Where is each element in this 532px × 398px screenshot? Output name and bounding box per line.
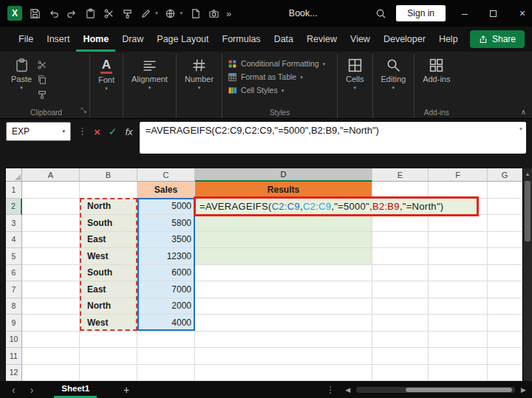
horizontal-scrollbar[interactable] [356,387,515,393]
cell-D9[interactable] [195,315,372,332]
cell-A6[interactable] [22,265,80,282]
row-header-1[interactable]: 1 [6,182,22,199]
vertical-scrollbar[interactable]: ▲ [522,168,532,381]
cell-A10[interactable] [22,332,80,349]
undo-icon[interactable] [47,7,59,19]
cancel-entry-icon[interactable]: × [94,126,100,138]
cell-B8[interactable]: North [80,298,137,315]
cell-F10[interactable] [429,332,488,349]
cell-G1[interactable] [488,182,522,199]
select-all-corner[interactable] [6,168,22,182]
cell-E3[interactable] [372,215,429,232]
close-button[interactable]: × [513,7,532,19]
menu-tab-draw[interactable]: Draw [115,27,150,52]
cell-F7[interactable] [429,281,488,298]
cell-E9[interactable] [372,315,429,332]
cell-G5[interactable] [488,248,522,265]
scroll-left-icon[interactable]: ◀ [345,386,350,394]
cell-G11[interactable] [488,348,522,365]
next-sheet-icon[interactable]: › [23,382,41,397]
column-header-b[interactable]: B [80,168,137,182]
menu-tab-view[interactable]: View [344,27,377,52]
copy-icon[interactable] [36,74,48,86]
globe-dropdown-caret-icon[interactable]: ▾ [180,10,183,16]
cell-F4[interactable] [429,232,488,249]
cell-D6[interactable] [195,265,372,282]
globe-icon[interactable] [165,7,177,19]
camera-icon[interactable] [208,7,219,19]
cell-D7[interactable] [195,281,372,298]
menu-tab-file[interactable]: File [12,27,40,52]
cell-C7[interactable]: 7000 [137,281,195,298]
row-header-3[interactable]: 3 [6,215,22,232]
cut-icon[interactable] [36,59,48,71]
cell-E8[interactable] [372,298,429,315]
pen-icon[interactable] [140,7,151,19]
row-header-11[interactable]: 11 [6,348,22,365]
cell-G4[interactable] [488,232,522,249]
cell-B4[interactable]: East [80,232,137,249]
cell-D11[interactable] [195,348,372,365]
name-box[interactable]: EXP ▾ [6,122,71,141]
insert-function-icon[interactable]: fx [126,126,133,137]
scissors-icon[interactable] [103,7,115,19]
cell-D3[interactable] [195,215,372,232]
cell-E11[interactable] [372,348,429,365]
cell-E4[interactable] [372,232,429,249]
cells-button[interactable]: Cells ▾ [341,55,368,107]
minimize-button[interactable]: – [455,7,474,19]
cell-C12[interactable] [137,365,195,382]
sheet-options-kebab-icon[interactable]: ⋮ [321,385,339,395]
menu-tab-review[interactable]: Review [300,27,344,52]
cell-A1[interactable] [22,182,80,199]
clipboard-dialog-launcher-icon[interactable] [81,103,87,117]
cell-D12[interactable] [195,365,372,382]
cell-A11[interactable] [22,348,80,365]
cell-B5[interactable]: West [80,248,137,265]
cell-C10[interactable] [137,332,195,349]
format-as-table-button[interactable]: Format as Table ▾ [226,71,327,83]
cell-C5[interactable]: 12300 [137,248,195,265]
column-header-g[interactable]: G [488,168,522,182]
editing-button[interactable]: Editing ▾ [377,55,411,107]
pen-dropdown-caret-icon[interactable]: ▾ [155,10,158,16]
cell-G2[interactable] [488,199,522,216]
share-button[interactable]: Share [470,30,525,48]
cell-A3[interactable] [22,215,80,232]
cell-D8[interactable] [195,298,372,315]
clipboard-icon[interactable] [84,7,96,19]
cell-C1[interactable]: Sales [137,182,195,199]
row-header-12[interactable]: 12 [6,365,22,382]
maximize-button[interactable] [484,7,503,19]
cell-F12[interactable] [429,365,488,382]
menu-tab-insert[interactable]: Insert [40,27,76,52]
name-box-caret-icon[interactable]: ▾ [62,128,65,134]
menu-tab-developer[interactable]: Developer [377,27,432,52]
row-header-9[interactable]: 9 [6,315,22,332]
column-header-a[interactable]: A [22,168,80,182]
search-icon[interactable] [375,7,386,19]
cell-E5[interactable] [372,248,429,265]
cell-F9[interactable] [429,315,488,332]
menu-tab-page-layout[interactable]: Page Layout [150,27,215,52]
cell-A7[interactable] [22,281,80,298]
cell-G12[interactable] [488,365,522,382]
sheet-tab-sheet1[interactable]: Sheet1 [54,381,97,398]
redo-icon[interactable] [66,7,78,19]
cell-B10[interactable] [80,332,137,349]
horizontal-scrollbar-thumb[interactable] [406,388,512,392]
column-header-c[interactable]: C [137,168,195,182]
row-header-2[interactable]: 2 [6,199,22,216]
cell-E12[interactable] [372,365,429,382]
save-icon[interactable] [29,7,41,19]
vertical-scrollbar-thumb[interactable] [525,181,531,241]
alignment-button[interactable]: Alignment ▾ [127,55,172,107]
cell-E10[interactable] [372,332,429,349]
row-header-5[interactable]: 5 [6,248,22,265]
scroll-right-icon[interactable]: ▶ [521,386,526,394]
cell-C6[interactable]: 6000 [137,265,195,282]
confirm-entry-icon[interactable]: ✓ [109,126,117,137]
row-header-8[interactable]: 8 [6,298,22,315]
cell-G10[interactable] [488,332,522,349]
cell-B3[interactable]: South [80,215,137,232]
